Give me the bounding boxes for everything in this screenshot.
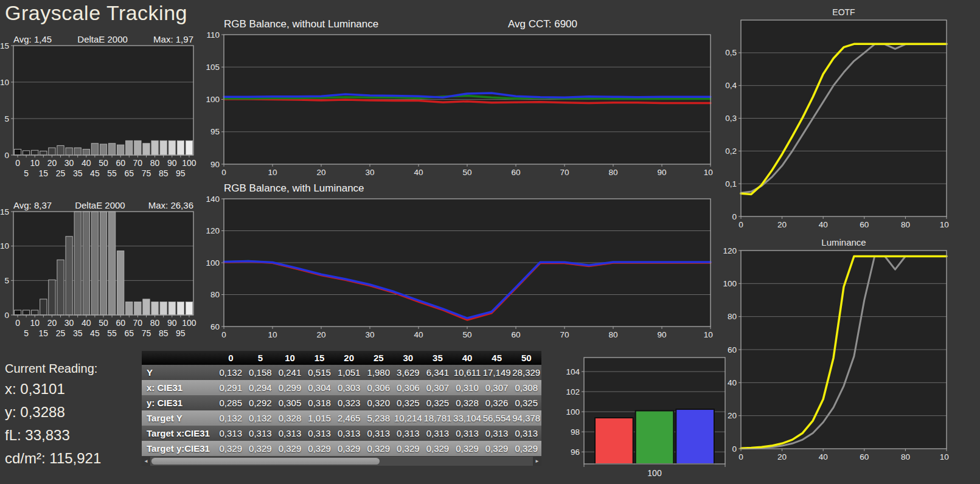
table-cell: 0,299 — [275, 380, 305, 395]
table-header-cell: 25 — [364, 351, 394, 365]
measurement-table: 05101520253035404550Y0,1320,1580,2410,51… — [142, 351, 541, 466]
svg-text:15: 15 — [39, 328, 49, 338]
table-row-label: Target Y — [142, 410, 216, 426]
svg-text:0: 0 — [221, 168, 226, 177]
table-cell: 0,132 — [246, 410, 276, 426]
table-cell: 33,104 — [453, 410, 482, 426]
svg-text:0: 0 — [15, 318, 20, 328]
svg-text:0,2: 0,2 — [725, 147, 737, 156]
svg-text:20: 20 — [316, 330, 325, 339]
scrollbar-right-arrow-icon[interactable]: ► — [533, 457, 541, 466]
svg-text:0: 0 — [15, 158, 20, 168]
table-row-label: y: CIE31 — [142, 395, 216, 410]
table-cell: 10,611 — [453, 365, 482, 380]
table-header-cell — [142, 351, 216, 365]
svg-text:55: 55 — [107, 328, 117, 338]
table-cell: 0,306 — [364, 380, 394, 395]
table-cell: 0,304 — [305, 380, 335, 395]
scrollbar-left-arrow-icon[interactable]: ◄ — [142, 457, 150, 466]
svg-text:90: 90 — [167, 158, 177, 168]
svg-text:5: 5 — [4, 114, 9, 123]
table-cell: 1,015 — [305, 410, 335, 426]
table-cell: 0,325 — [394, 395, 423, 410]
svg-text:60: 60 — [511, 330, 520, 339]
svg-text:100: 100 — [723, 279, 737, 288]
svg-text:105: 105 — [206, 63, 220, 72]
table-cell: 0,329 — [275, 441, 305, 456]
svg-text:35: 35 — [73, 328, 83, 338]
svg-text:80: 80 — [901, 220, 910, 229]
scrollbar-track[interactable] — [150, 457, 533, 466]
table-cell: 0,313 — [423, 426, 453, 441]
table-cell: 0,306 — [394, 380, 423, 395]
table-cell: 0,308 — [512, 380, 541, 395]
svg-text:50: 50 — [99, 318, 108, 328]
table-cell: 0,313 — [305, 426, 335, 441]
svg-text:20: 20 — [47, 318, 57, 328]
table-cell: 0,305 — [275, 395, 305, 410]
table-cell: 56,554 — [482, 410, 512, 426]
svg-text:120: 120 — [206, 226, 220, 235]
table-row: Target x:CIE310,3130,3130,3130,3130,3130… — [142, 426, 541, 441]
table-header-cell: 45 — [482, 351, 512, 365]
table-cell: 0,310 — [453, 380, 482, 395]
svg-text:100: 100 — [182, 158, 196, 168]
svg-text:100: 100 — [647, 468, 662, 478]
svg-text:70: 70 — [133, 318, 143, 328]
svg-text:30: 30 — [64, 158, 74, 168]
table-cell: 0,320 — [364, 395, 394, 410]
rgb-with-header: RGB Balance, with Luminance — [224, 182, 711, 195]
table-cell: 18,781 — [423, 410, 453, 426]
svg-text:70: 70 — [133, 158, 143, 168]
svg-text:100: 100 — [566, 407, 580, 417]
table-header-row: 05101520253035404550 — [142, 351, 541, 365]
svg-text:60: 60 — [210, 322, 220, 331]
svg-text:60: 60 — [116, 318, 125, 328]
table-cell: 0,158 — [246, 365, 276, 380]
rgb-without-header: RGB Balance, without Luminance Avg CCT: … — [224, 18, 711, 30]
table-header-cell: 30 — [394, 351, 423, 365]
table-cell: 0,329 — [364, 441, 394, 456]
page-title: Grayscale Tracking — [5, 1, 187, 25]
svg-text:90: 90 — [657, 168, 666, 177]
svg-text:100: 100 — [940, 452, 949, 462]
svg-text:40: 40 — [82, 158, 91, 168]
svg-text:40: 40 — [82, 318, 91, 328]
table-cell: 0,329 — [394, 441, 423, 456]
rgb-levels-chart: 9698100102104100 — [563, 341, 730, 484]
rgb-without-title: RGB Balance, without Luminance — [224, 18, 378, 30]
svg-text:45: 45 — [90, 168, 100, 178]
table-cell: 0,329 — [246, 441, 276, 456]
svg-text:10: 10 — [268, 168, 277, 177]
svg-text:104: 104 — [566, 367, 580, 376]
current-reading-fl: fL: 33,833 — [5, 427, 70, 444]
table-cell: 0,329 — [512, 441, 541, 456]
table-header-cell: 20 — [334, 351, 364, 365]
svg-text:45: 45 — [90, 328, 100, 338]
svg-text:95: 95 — [210, 127, 220, 136]
svg-text:65: 65 — [124, 168, 134, 178]
table-cell: 0,313 — [246, 426, 276, 441]
table-row-label: Y — [142, 365, 216, 380]
table-cell: 0,291 — [216, 380, 246, 395]
table-cell: 0,323 — [334, 395, 364, 410]
svg-text:20: 20 — [777, 220, 787, 229]
svg-text:5: 5 — [4, 276, 9, 285]
scrollbar-thumb[interactable] — [151, 458, 380, 465]
svg-text:100: 100 — [704, 330, 713, 339]
svg-text:10: 10 — [268, 330, 277, 339]
svg-text:75: 75 — [142, 168, 151, 178]
svg-text:25: 25 — [56, 168, 66, 178]
svg-text:30: 30 — [365, 168, 374, 177]
table-cell: 5,238 — [364, 410, 394, 426]
svg-text:0: 0 — [732, 444, 737, 454]
table-scrollbar[interactable]: ◄ ► — [142, 457, 541, 466]
rgb-with-chart: 60801001201400102030405060708090100 — [201, 196, 713, 342]
svg-text:95: 95 — [176, 328, 186, 338]
svg-text:0,1: 0,1 — [725, 179, 737, 188]
table-cell: 0,328 — [453, 395, 482, 410]
table-cell: 0,294 — [246, 380, 276, 395]
table-cell: 0,313 — [216, 426, 246, 441]
table-cell: 17,149 — [482, 365, 512, 380]
table-header-cell: 0 — [216, 351, 246, 365]
